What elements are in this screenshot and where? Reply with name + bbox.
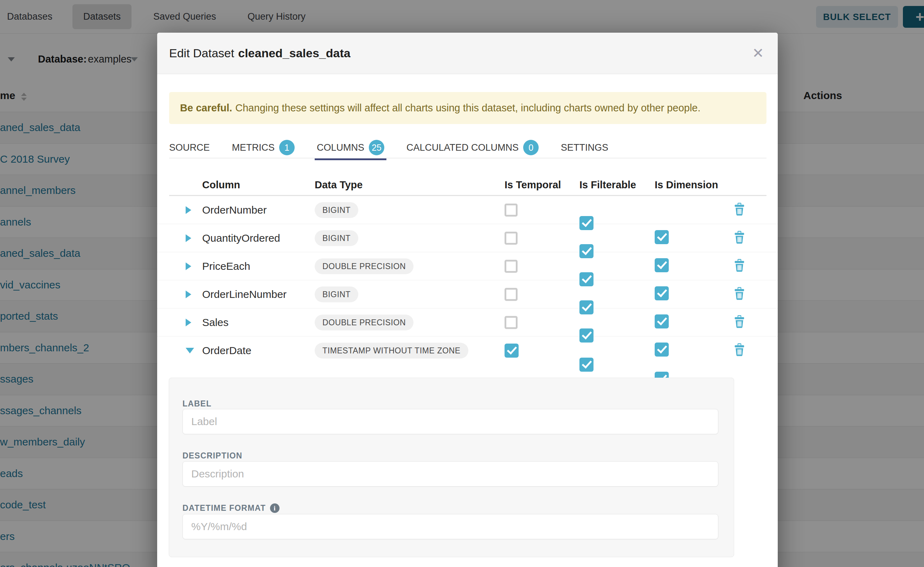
data-type-badge: BIGINT xyxy=(315,230,358,246)
tab-label: CALCULATED COLUMNS xyxy=(406,142,519,153)
edit-dataset-modal: Edit Dataset cleaned_sales_data ✕ Be car… xyxy=(157,33,778,567)
tab-label: SOURCE xyxy=(169,142,210,153)
column-name: OrderLineNumber xyxy=(202,288,287,300)
is-temporal-checkbox[interactable] xyxy=(504,260,518,273)
caret-right-icon[interactable] xyxy=(186,234,191,242)
tab-label: COLUMNS xyxy=(317,142,364,153)
table-row: OrderDate TIMESTAMP WITHOUT TIME ZONE xyxy=(157,336,778,364)
delete-column-button[interactable] xyxy=(734,343,745,358)
delete-column-button[interactable] xyxy=(734,315,745,330)
is-temporal-checkbox[interactable] xyxy=(504,344,519,358)
is-temporal-checkbox[interactable] xyxy=(504,203,518,216)
table-row: QuantityOrdered BIGINT xyxy=(157,224,778,252)
caret-down-icon[interactable] xyxy=(186,348,194,353)
modal-title-dataset-name: cleaned_sales_data xyxy=(238,46,350,60)
modal-header: Edit Dataset cleaned_sales_data ✕ xyxy=(157,33,778,74)
is-filterable-checkbox[interactable] xyxy=(579,358,593,372)
table-row: OrderLineNumber BIGINT xyxy=(157,280,778,309)
header-is-filterable: Is Filterable xyxy=(579,179,636,191)
warning-text: Changing these settings will affect all … xyxy=(235,102,700,114)
data-type-badge: DOUBLE PRECISION xyxy=(315,258,414,274)
column-name: PriceEach xyxy=(202,260,250,272)
header-is-temporal: Is Temporal xyxy=(504,179,561,191)
trash-icon xyxy=(734,259,745,272)
table-row: Sales DOUBLE PRECISION xyxy=(157,309,778,336)
description-field-label: DESCRIPTION xyxy=(182,451,242,460)
datasets-page: Databases Datasets Saved Queries Query H… xyxy=(0,0,924,567)
table-row: PriceEach DOUBLE PRECISION xyxy=(157,252,778,280)
tab-metrics[interactable]: METRICS 1 xyxy=(232,140,295,155)
trash-icon xyxy=(734,203,745,216)
close-icon[interactable]: ✕ xyxy=(749,45,766,62)
column-name: QuantityOrdered xyxy=(202,232,280,244)
tab-count-badge: 1 xyxy=(279,140,295,155)
data-type-badge: TIMESTAMP WITHOUT TIME ZONE xyxy=(315,342,468,358)
tab-count-badge: 0 xyxy=(523,140,539,155)
caret-right-icon[interactable] xyxy=(186,262,191,270)
column-detail-panel: LABEL DESCRIPTION DATETIME FORMAT i xyxy=(169,378,734,557)
columns-table-body: OrderNumber BIGINT QuantityOrdered BIGIN… xyxy=(157,196,778,364)
header-column: Column xyxy=(202,179,240,191)
header-data-type: Data Type xyxy=(315,179,363,191)
table-row: OrderNumber BIGINT xyxy=(157,196,778,224)
caret-right-icon[interactable] xyxy=(186,291,191,298)
field-label-text: DATETIME FORMAT xyxy=(182,503,266,513)
datetime-format-input[interactable] xyxy=(182,514,718,539)
columns-table-header: Column Data Type Is Temporal Is Filterab… xyxy=(157,175,778,195)
tab-columns[interactable]: COLUMNS 25 xyxy=(317,140,384,155)
tab-count-badge: 25 xyxy=(369,140,384,155)
is-temporal-checkbox[interactable] xyxy=(504,231,518,244)
is-temporal-checkbox[interactable] xyxy=(504,288,518,301)
field-label-text: DESCRIPTION xyxy=(182,451,242,460)
datetime-format-field-label: DATETIME FORMAT i xyxy=(182,503,280,513)
label-field-label: LABEL xyxy=(182,399,212,409)
delete-column-button[interactable] xyxy=(734,231,745,246)
header-is-dimension: Is Dimension xyxy=(655,179,718,191)
column-name: OrderNumber xyxy=(202,204,266,216)
tab-label: METRICS xyxy=(232,142,275,153)
warning-banner: Be careful. Changing these settings will… xyxy=(169,92,766,124)
tab-settings[interactable]: SETTINGS xyxy=(561,140,608,155)
description-input[interactable] xyxy=(182,461,718,486)
modal-title: Edit Dataset cleaned_sales_data xyxy=(169,33,351,74)
modal-tabs: SOURCE METRICS 1 COLUMNS 25 CALCULATED C… xyxy=(169,140,608,155)
trash-icon xyxy=(734,315,745,328)
tabs-divider xyxy=(169,158,766,158)
tab-label: SETTINGS xyxy=(561,142,608,153)
caret-right-icon[interactable] xyxy=(186,206,191,214)
data-type-badge: BIGINT xyxy=(315,286,358,302)
info-icon[interactable]: i xyxy=(270,503,280,513)
column-name: Sales xyxy=(202,316,229,328)
trash-icon xyxy=(734,287,745,300)
is-temporal-checkbox[interactable] xyxy=(504,316,518,329)
field-label-text: LABEL xyxy=(182,399,212,409)
label-input[interactable] xyxy=(182,409,718,434)
delete-column-button[interactable] xyxy=(734,287,745,302)
delete-column-button[interactable] xyxy=(734,203,745,218)
column-name: OrderDate xyxy=(202,345,251,357)
caret-right-icon[interactable] xyxy=(186,319,191,326)
data-type-badge: DOUBLE PRECISION xyxy=(315,314,414,330)
trash-icon xyxy=(734,343,745,357)
delete-column-button[interactable] xyxy=(734,259,745,274)
trash-icon xyxy=(734,231,745,244)
warning-bold: Be careful. xyxy=(180,102,232,114)
tab-calculated-columns[interactable]: CALCULATED COLUMNS 0 xyxy=(406,140,539,155)
data-type-badge: BIGINT xyxy=(315,202,358,218)
tab-source[interactable]: SOURCE xyxy=(169,140,210,155)
modal-title-prefix: Edit Dataset xyxy=(169,46,234,60)
